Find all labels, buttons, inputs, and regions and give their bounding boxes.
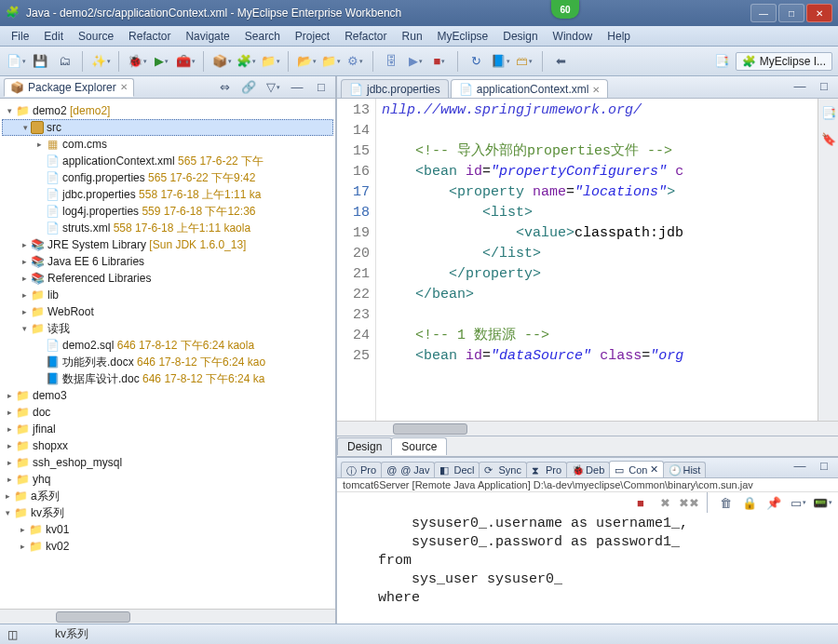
tab-javadoc[interactable]: @@ Jav xyxy=(381,462,435,477)
debug-button[interactable]: 🐞 xyxy=(127,51,147,72)
minimize-editor-icon[interactable]: — xyxy=(790,75,810,96)
code-content[interactable]: nllp.//www.springjrumework.org/ <!-- 导入外… xyxy=(376,99,818,421)
tree-pkg-comcms[interactable]: ▸▦com.cms xyxy=(2,136,333,153)
link-editor-icon[interactable]: 🔗 xyxy=(238,77,259,98)
src-folder[interactable]: ▾src xyxy=(2,119,333,136)
tree-javaee[interactable]: ▸📚Java EE 6 Libraries xyxy=(2,253,333,270)
clear-console-icon[interactable]: 🗑 xyxy=(715,492,736,513)
tree-file-config[interactable]: 📄config.properties 565 17-6-22 下午9:42 xyxy=(2,169,333,186)
menu-refactor2[interactable]: Refactor xyxy=(339,28,392,45)
editor-scrollbar[interactable] xyxy=(337,421,838,436)
collapse-all-icon[interactable]: ⇔ xyxy=(214,77,235,98)
scroll-lock-icon[interactable]: 🔒 xyxy=(739,492,760,513)
editor-tab-appctx[interactable]: 📄applicationContext.xml✕ xyxy=(451,79,609,98)
menu-refactor[interactable]: Refactor xyxy=(123,28,176,45)
tree-demo3[interactable]: ▸📁demo3 xyxy=(2,387,333,404)
package-explorer-tab[interactable]: 📦 Package Explorer ✕ xyxy=(4,78,134,97)
editor-tab-jdbc[interactable]: 📄jdbc.properties xyxy=(341,79,449,98)
console-output[interactable]: sysuser0_.username as username1_, sysuse… xyxy=(337,513,838,624)
new-type-button[interactable]: 🧩 xyxy=(236,51,256,72)
display-selected-console-icon[interactable]: ▭ xyxy=(788,492,808,513)
maximize-view-icon[interactable]: □ xyxy=(311,77,331,98)
tab-debug[interactable]: 🐞Deb xyxy=(566,462,610,477)
tree-yhq[interactable]: ▸📁yhq xyxy=(2,471,333,488)
remove-all-terminated-icon[interactable]: ✖✖ xyxy=(679,492,699,513)
tree-kvseries[interactable]: ▾📁kv系列 xyxy=(2,504,333,521)
maximize-editor-icon[interactable]: □ xyxy=(814,75,834,96)
perspective-switcher[interactable]: 🧩 MyEclipse I... xyxy=(736,52,832,71)
menu-edit[interactable]: Edit xyxy=(38,28,69,45)
horizontal-scrollbar[interactable] xyxy=(0,609,335,624)
tree-aseries[interactable]: ▸📁a系列 xyxy=(2,488,333,504)
menu-window[interactable]: Window xyxy=(547,28,599,45)
open-console-icon[interactable]: 📟 xyxy=(812,492,832,513)
package-tree[interactable]: ▾📁demo2 [demo2] ▾src ▸▦com.cms 📄applicat… xyxy=(0,99,335,609)
tree-reflib[interactable]: ▸📚Referenced Libraries xyxy=(2,270,333,287)
tree-file-jdbc[interactable]: 📄jdbc.properties 558 17-6-18 上午1:11 ka xyxy=(2,186,333,203)
menu-file[interactable]: File xyxy=(6,28,34,45)
new-button[interactable]: 📄 xyxy=(6,51,26,72)
new-class-button[interactable]: 📁 xyxy=(260,51,280,72)
tree-file-struts[interactable]: 📄struts.xml 558 17-6-18 上午1:11 kaola xyxy=(2,220,333,236)
tree-file-demo2sql[interactable]: 📄demo2.sql 646 17-8-12 下午6:24 kaola xyxy=(2,337,333,354)
outline-icon[interactable]: 📑 xyxy=(818,102,839,123)
maximize-console-icon[interactable]: □ xyxy=(814,455,834,476)
minimize-console-icon[interactable]: — xyxy=(790,455,810,476)
tree-webroot[interactable]: ▸📁WebRoot xyxy=(2,303,333,320)
new-pkg-button[interactable]: 📦 xyxy=(211,51,232,72)
minimize-view-icon[interactable]: — xyxy=(287,77,307,98)
run-button[interactable]: ▶ xyxy=(151,51,171,72)
menu-design[interactable]: Design xyxy=(497,28,543,45)
tab-history[interactable]: 🕘Hist xyxy=(663,462,706,477)
stop-server-button[interactable]: ■ xyxy=(429,51,450,72)
minimize-button[interactable]: — xyxy=(750,4,777,22)
close-icon[interactable]: ✕ xyxy=(650,463,658,476)
tree-shopxx[interactable]: ▸📁shopxx xyxy=(2,437,333,454)
tab-problems[interactable]: ⓘPro xyxy=(341,462,382,477)
tree-ssh[interactable]: ▸📁ssh_eshop_mysql xyxy=(2,454,333,471)
tree-kv02[interactable]: ▸📁kv02 xyxy=(2,538,333,555)
wizard-button[interactable]: ✨ xyxy=(90,51,111,72)
menu-project[interactable]: Project xyxy=(290,28,335,45)
tree-file-appctx[interactable]: 📄applicationContext.xml 565 17-6-22 下午 xyxy=(2,153,333,169)
tree-file-sjk[interactable]: 📘数据库设计.doc 646 17-8-12 下午6:24 ka xyxy=(2,370,333,387)
xml-button[interactable]: 📘 xyxy=(490,51,510,72)
remove-terminated-icon[interactable]: ✖ xyxy=(655,492,675,513)
tree-jre[interactable]: ▸📚JRE System Library [Sun JDK 1.6.0_13] xyxy=(2,236,333,253)
xml-editor[interactable]: 13141516171819202122232425 nllp.//www.sp… xyxy=(337,99,838,421)
open-perspective-button[interactable]: 📑 xyxy=(711,51,732,72)
tab-console[interactable]: ▭Con ✕ xyxy=(609,461,664,477)
save-all-button[interactable]: 🗂 xyxy=(54,51,74,72)
deploy-button[interactable]: ⚙ xyxy=(345,51,365,72)
menu-navigate[interactable]: Navigate xyxy=(180,28,235,45)
terminate-icon[interactable]: ■ xyxy=(630,492,651,513)
tab-progress[interactable]: ⧗Pro xyxy=(526,462,567,477)
save-button[interactable]: 💾 xyxy=(30,51,50,72)
menu-source[interactable]: Source xyxy=(73,28,119,45)
close-icon[interactable]: ✕ xyxy=(592,85,600,95)
refresh-button[interactable]: ↻ xyxy=(466,51,486,72)
menu-run[interactable]: Run xyxy=(397,28,428,45)
source-tab[interactable]: Source xyxy=(391,437,447,455)
tab-sync[interactable]: ⟳Sync xyxy=(479,462,526,477)
tree-kv01[interactable]: ▸📁kv01 xyxy=(2,521,333,538)
back-button[interactable]: ⬅ xyxy=(550,51,571,72)
tree-doc[interactable]: ▸📁doc xyxy=(2,404,333,421)
tree-file-gnlb[interactable]: 📘功能列表.docx 646 17-8-12 下午6:24 kao xyxy=(2,354,333,370)
tree-readme[interactable]: ▾📁读我 xyxy=(2,320,333,337)
tree-jfinal[interactable]: ▸📁jfinal xyxy=(2,421,333,437)
menu-search[interactable]: Search xyxy=(239,28,286,45)
open-type-button[interactable]: 📂 xyxy=(296,51,317,72)
close-icon[interactable]: ✕ xyxy=(120,82,128,92)
menu-help[interactable]: Help xyxy=(601,28,636,45)
tree-file-log4j[interactable]: 📄log4j.properties 559 17-6-18 下午12:36 xyxy=(2,203,333,220)
view-menu-icon[interactable]: ▽ xyxy=(263,77,283,98)
start-server-button[interactable]: ▶ xyxy=(405,51,426,72)
markers-icon[interactable]: 🔖 xyxy=(818,128,839,149)
ext-tools-button[interactable]: 🧰 xyxy=(175,51,196,72)
db-button[interactable]: 🗃 xyxy=(514,51,534,72)
menu-myeclipse[interactable]: MyEclipse xyxy=(432,28,494,45)
launch-button[interactable]: 📁 xyxy=(320,51,341,72)
close-button[interactable]: ✕ xyxy=(806,4,832,22)
maximize-button[interactable]: □ xyxy=(778,4,804,22)
